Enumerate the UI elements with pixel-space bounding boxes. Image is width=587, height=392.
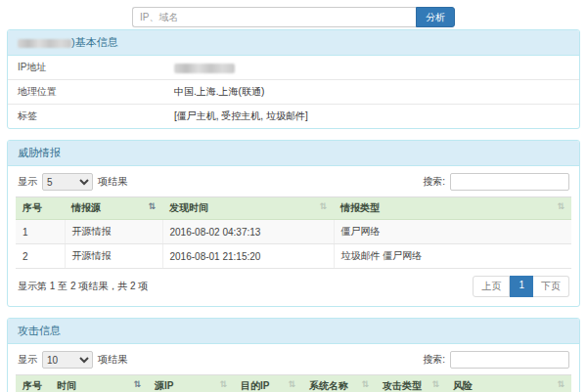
sort-icon: ⇅ xyxy=(219,379,227,389)
top-search-bar: 分析 xyxy=(0,0,587,29)
info-row-ip: IP地址 xyxy=(8,56,579,80)
col-seq[interactable]: 序号 xyxy=(16,375,50,392)
tags-value: [僵尸主机, 受控主机, 垃圾邮件] xyxy=(164,105,579,129)
basic-info-panel: )基本信息 IP地址 地理位置 中国.上海.上海(联通) 标签 [僵尸主机, 受… xyxy=(7,29,580,129)
col-time[interactable]: 时间⇅ xyxy=(50,375,148,392)
threat-intel-panel: 威胁情报 显示 5 项结果 搜索: 序号 情报源⇅ 发现时间⇅ 情报类型⇅ xyxy=(7,140,580,307)
col-dst-ip[interactable]: 目的IP⇅ xyxy=(234,375,302,392)
table-search-input[interactable] xyxy=(450,173,569,191)
sort-icon: ⇅ xyxy=(361,379,369,389)
attack-info-table: 序号 时间⇅ 源IP⇅ 目的IP⇅ 系统名称⇅ 攻击类型⇅ 风险⇅ 1 2017… xyxy=(16,374,571,392)
show-label: 显示 xyxy=(18,175,37,189)
page-1-button[interactable]: 1 xyxy=(510,276,533,297)
ip-label: IP地址 xyxy=(8,56,164,80)
search-label: 搜索: xyxy=(423,175,445,189)
col-system-name[interactable]: 系统名称⇅ xyxy=(302,375,376,392)
sort-icon: ⇅ xyxy=(148,201,156,211)
table-search-input[interactable] xyxy=(450,351,569,369)
redacted-ip-value xyxy=(174,64,235,73)
info-row-geo: 地理位置 中国.上海.上海(联通) xyxy=(8,80,579,105)
col-risk[interactable]: 风险⇅ xyxy=(446,375,571,392)
col-found-time[interactable]: 发现时间⇅ xyxy=(162,197,334,220)
redacted-ip-title xyxy=(18,39,71,48)
search-input[interactable] xyxy=(132,7,416,27)
attack-info-panel: 攻击信息 显示 10 项结果 搜索: 序号 时间⇅ 源IP⇅ 目的IP⇅ xyxy=(7,318,580,392)
threat-table-controls: 显示 5 项结果 搜索: xyxy=(16,171,571,196)
col-intel-type[interactable]: 情报类型⇅ xyxy=(334,197,571,220)
sort-icon: ⇅ xyxy=(431,379,439,389)
col-attack-type[interactable]: 攻击类型⇅ xyxy=(376,375,446,392)
attack-info-title: 攻击信息 xyxy=(8,319,579,344)
sort-icon: ⇅ xyxy=(557,379,564,389)
results-suffix: 项结果 xyxy=(98,175,127,189)
basic-info-title: )基本信息 xyxy=(8,30,579,56)
pagination: 上页 1 下页 xyxy=(473,276,569,297)
basic-info-title-text: 基本信息 xyxy=(75,36,118,48)
info-row-tags: 标签 [僵尸主机, 受控主机, 垃圾邮件] xyxy=(8,105,579,129)
table-row: 2 开源情报 2016-08-01 21:15:20 垃圾邮件 僵尸网络 xyxy=(16,244,571,269)
sort-icon: ⇅ xyxy=(319,201,327,211)
table-row: 1 开源情报 2016-08-02 04:37:13 僵尸网络 xyxy=(16,220,571,244)
threat-intel-table: 序号 情报源⇅ 发现时间⇅ 情报类型⇅ 1 开源情报 2016-08-02 04… xyxy=(16,196,571,269)
attack-table-controls: 显示 10 项结果 搜索: xyxy=(16,349,571,374)
table-info-text: 显示第 1 至 2 项结果，共 2 项 xyxy=(18,280,148,293)
geo-value: 中国.上海.上海(联通) xyxy=(164,80,579,105)
col-source[interactable]: 情报源⇅ xyxy=(65,197,162,220)
results-suffix: 项结果 xyxy=(98,353,127,367)
sort-icon: ⇅ xyxy=(288,379,295,389)
threat-intel-title: 威胁情报 xyxy=(8,141,579,166)
prev-page-button[interactable]: 上页 xyxy=(473,276,510,297)
tags-label: 标签 xyxy=(8,105,164,129)
page-size-select[interactable]: 10 xyxy=(42,351,93,369)
show-label: 显示 xyxy=(18,353,37,367)
sort-icon: ⇅ xyxy=(133,379,141,389)
geo-label: 地理位置 xyxy=(8,80,164,105)
col-seq[interactable]: 序号 xyxy=(16,197,65,220)
analyze-button[interactable]: 分析 xyxy=(416,7,455,27)
col-src-ip[interactable]: 源IP⇅ xyxy=(148,375,234,392)
next-page-button[interactable]: 下页 xyxy=(533,276,569,297)
basic-info-table: IP地址 地理位置 中国.上海.上海(联通) 标签 [僵尸主机, 受控主机, 垃… xyxy=(8,56,579,128)
page-size-select[interactable]: 5 xyxy=(42,173,93,191)
search-label: 搜索: xyxy=(423,353,445,367)
sort-icon: ⇅ xyxy=(557,201,564,211)
